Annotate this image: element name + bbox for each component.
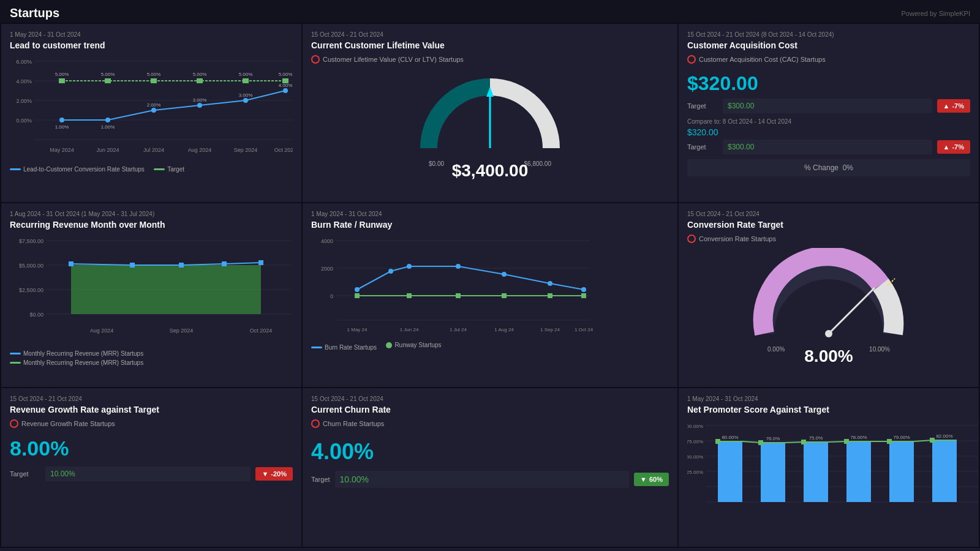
svg-rect-80 bbox=[456, 293, 461, 298]
app-header: Startups Powered by SimpleKPI bbox=[0, 0, 980, 23]
conversion-gauge-value: 8.00% bbox=[804, 347, 853, 366]
cac-compare-date: Compare to: 8 Oct 2024 - 14 Oct 2024 bbox=[687, 118, 970, 125]
burn-rate-chart: 4000 2000 0 1 May 24 1 Jun 24 1 Jul 24 1… bbox=[311, 234, 669, 340]
svg-rect-105 bbox=[889, 441, 914, 502]
clv-gauge-value: $3,400.00 bbox=[452, 161, 529, 181]
churn-rate-title: Current Churn Rate bbox=[311, 405, 669, 414]
churn-target-label: Target bbox=[311, 476, 330, 483]
svg-point-75 bbox=[502, 272, 507, 277]
svg-text:May 2024: May 2024 bbox=[50, 147, 74, 153]
svg-point-30 bbox=[197, 103, 202, 108]
revenue-growth-target-label: Target bbox=[10, 470, 40, 478]
nps-date: 1 May 2024 - 31 Oct 2024 bbox=[687, 395, 970, 402]
cac-target-label: Target bbox=[687, 102, 718, 110]
powered-by: Powered by SimpleKPI bbox=[902, 10, 971, 17]
legend-burn: Burn Rate Startups bbox=[311, 344, 377, 351]
svg-text:78.00%: 78.00% bbox=[850, 435, 867, 440]
svg-text:3.00%: 3.00% bbox=[193, 97, 207, 103]
recurring-revenue-title: Recurring Revenue Month over Month bbox=[10, 220, 293, 230]
cac-pct-change: % Change 0% bbox=[687, 159, 970, 176]
revenue-growth-target-row: Target 10.00% ▼ -20% bbox=[10, 467, 293, 481]
svg-text:100.00%: 100.00% bbox=[687, 424, 703, 429]
svg-rect-112 bbox=[844, 439, 849, 444]
svg-text:5.00%: 5.00% bbox=[147, 72, 161, 77]
lead-trend-title: Lead to customer trend bbox=[10, 40, 293, 50]
svg-text:25.00%: 25.00% bbox=[687, 470, 703, 475]
nps-card: 1 May 2024 - 31 Oct 2024 Net Promoter Sc… bbox=[679, 388, 979, 547]
svg-text:Sep 2024: Sep 2024 bbox=[234, 147, 258, 153]
cac-compare-target-value: $300.00 bbox=[723, 140, 932, 154]
svg-point-29 bbox=[151, 108, 156, 113]
svg-text:Oct 2024: Oct 2024 bbox=[250, 328, 273, 334]
svg-text:$2,500.00: $2,500.00 bbox=[19, 287, 43, 293]
revenue-growth-title: Revenue Growth Rate against Target bbox=[10, 405, 293, 414]
clv-gauge: $0.00 $6,800.00 $3,400.00 bbox=[311, 69, 669, 181]
svg-rect-55 bbox=[179, 263, 184, 268]
cac-ds-icon bbox=[687, 55, 696, 64]
svg-rect-57 bbox=[258, 260, 263, 265]
svg-text:0.00%: 0.00% bbox=[16, 118, 32, 124]
conversion-rate-date: 15 Oct 2024 - 21 Oct 2024 bbox=[687, 211, 970, 217]
clv-ds-icon bbox=[311, 55, 320, 64]
svg-text:2000: 2000 bbox=[321, 266, 333, 272]
cac-card: 15 Oct 2024 - 21 Oct 2024 (8 Oct 2024 - … bbox=[679, 24, 979, 202]
legend-target: Target bbox=[154, 166, 184, 173]
svg-text:80.00%: 80.00% bbox=[722, 435, 738, 440]
svg-text:4.00%: 4.00% bbox=[16, 78, 32, 84]
churn-badge: ▼ 60% bbox=[634, 473, 669, 486]
conversion-rate-title: Conversion Rate Target bbox=[687, 220, 970, 230]
svg-point-86 bbox=[825, 330, 832, 337]
cac-title: Customer Acquisition Cost bbox=[687, 40, 970, 50]
conversion-rate-gauge: 0.00% 10.00% 8.00% bbox=[687, 248, 970, 366]
legend-runway: Runway Startups bbox=[386, 342, 441, 348]
svg-text:1 Jul 24: 1 Jul 24 bbox=[450, 327, 467, 332]
svg-point-73 bbox=[407, 264, 412, 269]
svg-text:Aug 2024: Aug 2024 bbox=[188, 147, 212, 153]
cac-value: $320.00 bbox=[687, 72, 970, 95]
svg-text:5.00%: 5.00% bbox=[55, 72, 69, 77]
svg-rect-16 bbox=[105, 78, 111, 83]
svg-text:Aug 2024: Aug 2024 bbox=[90, 328, 114, 334]
burn-rate-title: Burn Rate / Runway bbox=[311, 220, 669, 230]
svg-rect-81 bbox=[502, 293, 507, 298]
churn-ds-icon bbox=[311, 419, 320, 428]
revenue-growth-date: 15 Oct 2024 - 21 Oct 2024 bbox=[10, 395, 293, 402]
cac-badge: ▲ -7% bbox=[937, 99, 970, 113]
svg-text:5.00%: 5.00% bbox=[193, 72, 207, 77]
lead-trend-legend: Lead-to-Customer Conversion Rate Startup… bbox=[10, 163, 293, 173]
svg-text:4.00%: 4.00% bbox=[279, 83, 293, 88]
conversion-ds-icon bbox=[687, 234, 696, 243]
recurring-revenue-chart: $7,500.00 $5,000.00 $2,500.00 $0.00 Aug … bbox=[10, 234, 293, 347]
svg-text:5.00%: 5.00% bbox=[101, 72, 115, 77]
svg-rect-83 bbox=[581, 293, 586, 298]
burn-rate-card: 1 May 2024 - 31 Oct 2024 Burn Rate / Run… bbox=[303, 203, 677, 388]
churn-rate-value: 4.00% bbox=[311, 439, 669, 465]
revenue-growth-badge: ▼ -20% bbox=[255, 467, 293, 481]
revenue-growth-value: 8.00% bbox=[10, 437, 293, 460]
svg-rect-107 bbox=[932, 440, 957, 502]
svg-text:50.00%: 50.00% bbox=[687, 454, 703, 460]
clv-datasource: Customer Lifetime Value (CLV or LTV) Sta… bbox=[311, 55, 464, 64]
cac-datasource: Customer Acquisition Cost (CAC) Startups bbox=[687, 55, 826, 64]
svg-text:82.00%: 82.00% bbox=[936, 433, 952, 439]
svg-text:76.0%: 76.0% bbox=[766, 436, 780, 441]
recurring-revenue-legend: Monthly Recurring Revenue (MRR) Startups… bbox=[10, 348, 293, 366]
cac-compare-badge-arrow: ▲ bbox=[943, 143, 950, 151]
svg-text:Jun 2024: Jun 2024 bbox=[96, 147, 119, 153]
svg-point-31 bbox=[243, 98, 248, 103]
churn-rate-date: 15 Oct 2024 - 21 Oct 2024 bbox=[311, 395, 669, 402]
svg-point-77 bbox=[581, 287, 586, 292]
clv-card: 15 Oct 2024 - 21 Oct 2024 Current Custom… bbox=[303, 24, 677, 202]
svg-rect-111 bbox=[801, 440, 806, 444]
svg-point-76 bbox=[548, 281, 552, 286]
svg-text:Sep 2024: Sep 2024 bbox=[170, 328, 194, 334]
svg-text:3.00%: 3.00% bbox=[239, 92, 253, 98]
cac-compare-target-row: Target $300.00 ▲ -7% bbox=[687, 140, 970, 154]
conversion-rate-datasource: Conversion Rate Startups bbox=[687, 234, 776, 243]
svg-text:4000: 4000 bbox=[321, 238, 333, 244]
churn-target-value: 10.00% bbox=[335, 471, 630, 488]
svg-text:1 Jun 24: 1 Jun 24 bbox=[400, 327, 419, 332]
svg-text:6.00%: 6.00% bbox=[16, 59, 32, 65]
svg-text:1 Oct 24: 1 Oct 24 bbox=[575, 327, 593, 332]
svg-text:5.00%: 5.00% bbox=[279, 72, 293, 77]
